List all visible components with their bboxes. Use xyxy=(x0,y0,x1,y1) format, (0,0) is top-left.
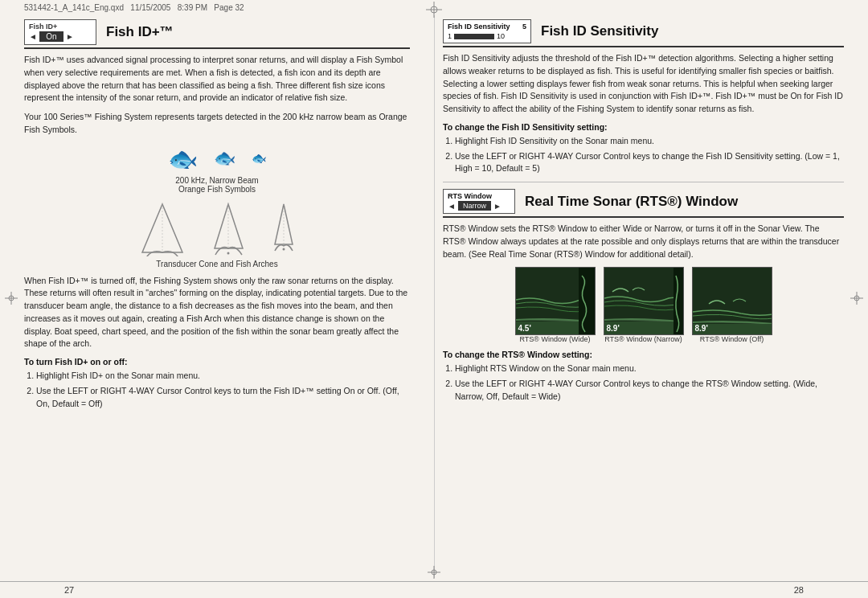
turn-on-step-2: Use the LEFT or RIGHT 4-WAY Cursor Contr… xyxy=(36,385,410,411)
reg-mark-bottom xyxy=(428,566,440,580)
cone-images xyxy=(24,200,410,256)
small-cone xyxy=(271,200,297,256)
rts-off-depth-bl: 8.9' xyxy=(695,324,708,333)
fish-id-sensitivity-header: Fish ID Sensitivity 5 1 10 Fish ID Sensi… xyxy=(443,19,844,47)
large-fish-icon: 🐟 xyxy=(168,145,198,173)
file-info: 531442-1_A_141c_Eng.qxd 11/15/2005 8:39 … xyxy=(24,3,244,12)
crosshair-bottom-icon xyxy=(428,566,440,579)
page-number-left: 27 xyxy=(64,585,74,595)
fish-icons-row: 🐟 🐟 🐟 xyxy=(24,145,410,173)
cone-caption: Transducer Cone and Fish Arches xyxy=(24,260,410,268)
large-cone xyxy=(138,200,186,256)
right-arrow-icon[interactable]: ► xyxy=(66,32,74,41)
crosshair-left-icon xyxy=(5,292,18,305)
rts-off-box: 11.2' 8.9' xyxy=(692,267,772,335)
svg-point-8 xyxy=(227,252,229,254)
rts-off-container: 11.2' 8.9' xyxy=(692,267,772,343)
rts-change-steps: Highlight RTS Window on the Sonar main m… xyxy=(443,362,844,403)
rts-section-title: Real Time Sonar (RTS®) Window xyxy=(525,194,738,210)
rts-narrow-depth-bl: 8.9' xyxy=(607,324,620,333)
rts-wide-box: 28.5' xyxy=(515,267,596,335)
page-number-right: 28 xyxy=(794,585,804,595)
fish-id-plus-para1: Fish ID+™ uses advanced signal processin… xyxy=(24,54,410,104)
top-bar: 531442-1_A_141c_Eng.qxd 11/15/2005 8:39 … xyxy=(0,0,868,15)
rts-control-row: ◄ Narrow ► xyxy=(448,201,510,211)
rts-wide-label: RTS® Window (Wide) xyxy=(515,335,596,343)
fish-id-plus-para2: Your 100 Series™ Fishing System represen… xyxy=(24,111,410,137)
crosshair-icon-top xyxy=(426,2,442,18)
reg-mark-right xyxy=(850,292,863,306)
rts-change-step-1: Highlight RTS Window on the Sonar main m… xyxy=(455,362,844,375)
rts-narrow-container: 27.9' xyxy=(604,267,684,343)
fish-id-plus-para3: When Fish ID+™ is turned off, the Fishin… xyxy=(24,275,410,351)
large-cone-svg xyxy=(138,200,186,256)
change-step-2: Use the LEFT or RIGHT 4-WAY Cursor Contr… xyxy=(455,150,844,176)
fish-id-sensitivity-title: Fish ID Sensitivity xyxy=(541,23,658,39)
small-fish-icon: 🐟 xyxy=(252,151,267,166)
sensitivity-bar-row: 1 10 xyxy=(448,32,526,40)
rts-window-control: RTS Window ◄ Narrow ► xyxy=(443,189,515,214)
rts-wide-depth-bl: 4.5' xyxy=(518,324,531,333)
sensitivity-para1: Fish ID Sensitivity adjusts the threshol… xyxy=(443,52,844,116)
rts-wide-container: 28.5' xyxy=(515,267,596,343)
rts-right-arrow-icon[interactable]: ► xyxy=(493,202,502,211)
small-cone-svg xyxy=(271,200,297,256)
rts-narrow-label: RTS® Window (Narrow) xyxy=(604,335,684,343)
reg-mark-left xyxy=(5,292,18,306)
rts-window-header: RTS Window ◄ Narrow ► Real Time Sonar (R… xyxy=(443,189,844,218)
left-arrow-icon[interactable]: ◄ xyxy=(29,32,37,41)
page-numbers: 27 28 xyxy=(0,581,868,598)
medium-cone xyxy=(211,200,247,256)
medium-fish-icon: 🐟 xyxy=(214,148,235,169)
turn-on-step-1: Highlight Fish ID+ on the Sonar main men… xyxy=(36,370,410,383)
rts-change-title: To change the RTS® Window setting: xyxy=(443,350,844,359)
fish-id-sensitivity-control: Fish ID Sensitivity 5 1 10 xyxy=(443,19,531,43)
sensitivity-title-row: Fish ID Sensitivity 5 xyxy=(448,23,526,31)
page-wrapper: 531442-1_A_141c_Eng.qxd 11/15/2005 8:39 … xyxy=(0,0,868,598)
content-area: Fish ID+ ◄ On ► Fish ID+™ Fish ID+™ uses… xyxy=(0,15,868,578)
change-sensitivity-steps: Highlight Fish ID Sensitivity on the Son… xyxy=(443,135,844,175)
rts-narrow-box: 27.9' xyxy=(604,267,684,335)
reg-mark-top xyxy=(426,2,442,18)
rts-off-label: RTS® Window (Off) xyxy=(692,335,772,343)
turn-on-steps: Highlight Fish ID+ on the Sonar main men… xyxy=(24,370,410,410)
fish-caption: 200 kHz, Narrow Beam Orange Fish Symbols xyxy=(24,176,410,194)
fish-id-plus-control-row: ◄ On ► xyxy=(29,31,92,42)
right-column: Fish ID Sensitivity 5 1 10 Fish ID Sensi… xyxy=(434,15,852,578)
change-sensitivity-title: To change the Fish ID Sensitivity settin… xyxy=(443,122,844,132)
crosshair-right-icon xyxy=(850,292,863,305)
sensitivity-bar xyxy=(454,34,494,39)
fish-id-plus-control: Fish ID+ ◄ On ► xyxy=(24,19,96,45)
turn-on-title: To turn Fish ID+ on or off: xyxy=(24,357,410,367)
fish-id-plus-title: Fish ID+™ xyxy=(106,24,174,40)
rts-left-arrow-icon[interactable]: ◄ xyxy=(448,202,456,211)
rts-para: RTS® Window sets the RTS® Window to eith… xyxy=(443,223,844,260)
svg-point-11 xyxy=(282,248,285,250)
rts-images-row: 28.5' xyxy=(443,267,844,343)
medium-cone-svg xyxy=(211,200,247,256)
fish-id-plus-header: Fish ID+ ◄ On ► Fish ID+™ xyxy=(24,19,410,49)
rts-change-step-2: Use the LEFT or RIGHT 4-WAY Cursor Contr… xyxy=(455,378,844,403)
svg-rect-14 xyxy=(579,268,596,335)
change-step-1: Highlight Fish ID Sensitivity on the Son… xyxy=(455,135,844,148)
svg-marker-6 xyxy=(215,204,243,248)
left-column: Fish ID+ ◄ On ► Fish ID+™ Fish ID+™ uses… xyxy=(16,15,418,578)
divider-1 xyxy=(443,182,844,182)
